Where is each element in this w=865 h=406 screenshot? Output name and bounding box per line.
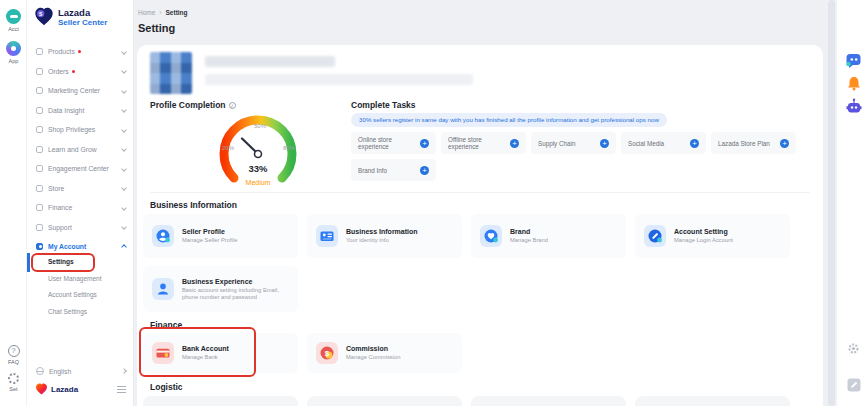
account-switch-button[interactable]: Acct xyxy=(0,9,27,32)
collapse-sidebar-icon[interactable] xyxy=(117,386,126,393)
breadcrumb: Home Setting xyxy=(138,9,188,16)
sidebar-item-data-insight[interactable]: Data Insight xyxy=(27,101,134,121)
sidebar-item-chat-settings[interactable]: Chat Settings xyxy=(27,304,134,321)
chevron-down-icon xyxy=(121,224,127,230)
pencil-circle-icon xyxy=(644,225,666,247)
support-icon xyxy=(36,224,43,231)
scrollbar-thumb[interactable] xyxy=(828,0,835,406)
settings-gear-icon[interactable] xyxy=(847,342,860,355)
chatbot-icon[interactable] xyxy=(846,98,862,115)
products-icon xyxy=(36,48,43,55)
task-chip-lazada-store-plan[interactable]: Lazada Store Plan xyxy=(711,132,796,154)
plus-icon[interactable] xyxy=(780,139,789,148)
credit-card-icon xyxy=(152,342,174,364)
task-chip-offline-store-experience[interactable]: Offline store experience xyxy=(441,132,526,154)
rail-label: Acct xyxy=(8,26,19,32)
sidebar-item-support[interactable]: Support xyxy=(27,218,134,238)
finance-heading: Finance xyxy=(150,320,182,330)
task-chips: Online store experience Offline store ex… xyxy=(351,132,811,181)
mini-app-rail: Acct App FAQ Set xyxy=(0,0,27,406)
business-information-card[interactable]: Business Information Your identity info xyxy=(307,214,462,258)
right-utility-rail xyxy=(837,0,865,406)
chevron-right-icon xyxy=(121,368,127,374)
data-insight-icon xyxy=(36,107,43,114)
marketing-icon xyxy=(36,87,43,94)
faq-button[interactable]: FAQ xyxy=(0,345,27,365)
question-circle-icon xyxy=(8,345,20,357)
plus-icon[interactable] xyxy=(600,139,609,148)
notification-bell-icon[interactable] xyxy=(847,76,861,91)
sidebar-menu: Products Orders Marketing Center Data In… xyxy=(27,42,134,257)
feedback-pencil-icon[interactable] xyxy=(847,378,861,392)
engagement-icon xyxy=(36,165,43,172)
rail-label: Set xyxy=(9,386,17,392)
my-account-icon xyxy=(36,243,43,250)
gear-icon xyxy=(8,373,19,384)
gauge-hub xyxy=(255,151,262,158)
sidebar-item-orders[interactable]: Orders xyxy=(27,62,134,82)
chevron-down-icon xyxy=(121,146,127,152)
apps-icon xyxy=(6,41,21,56)
settings-card: Profile Completion 20% 50% 80% 33% Mediu… xyxy=(137,45,823,406)
logistic-card-placeholder[interactable] xyxy=(307,396,462,406)
logistic-card-placeholder[interactable] xyxy=(471,396,626,406)
sidebar-item-finance[interactable]: Finance xyxy=(27,198,134,218)
tasks-banner: 30% sellers register in same day with yo… xyxy=(351,113,667,127)
sidebar-item-products[interactable]: Products xyxy=(27,42,134,62)
sidebar-item-user-management[interactable]: User Management xyxy=(27,271,134,288)
task-chip-supply-chain[interactable]: Supply Chain xyxy=(531,132,616,154)
chevron-down-icon xyxy=(121,107,127,113)
info-icon[interactable] xyxy=(229,102,236,109)
seller-profile-card[interactable]: Seller Profile Manage Seller Profile xyxy=(143,214,298,258)
gauge-value: 33% xyxy=(248,163,268,174)
red-dot-badge xyxy=(78,50,81,53)
account-setting-card[interactable]: Account Setting Manage Login Account xyxy=(635,214,790,258)
business-information-heading: Business Information xyxy=(150,200,237,210)
sidebar-item-account-settings[interactable]: Account Settings xyxy=(27,287,134,304)
learn-icon xyxy=(36,146,43,153)
my-account-submenu: Settings User Management Account Setting… xyxy=(27,254,134,320)
sidebar-item-learn-and-grow[interactable]: Learn and Grow xyxy=(27,140,134,160)
dollar-circle-icon: $ xyxy=(316,342,338,364)
chevron-down-icon xyxy=(121,49,127,55)
brand-card[interactable]: Brand Manage Brand xyxy=(471,214,626,258)
sidebar-item-store[interactable]: Store xyxy=(27,179,134,199)
account-icon xyxy=(6,9,21,24)
product-name: Seller Center xyxy=(58,18,107,27)
chat-messages-icon[interactable] xyxy=(845,52,862,69)
plus-icon[interactable] xyxy=(420,166,429,175)
shop-privileges-icon xyxy=(36,126,43,133)
apps-button[interactable]: App xyxy=(0,41,27,64)
plus-icon[interactable] xyxy=(420,139,429,148)
sidebar-item-settings[interactable]: Settings xyxy=(27,254,134,271)
bank-account-card[interactable]: Bank Account Manage Bank xyxy=(143,333,298,373)
sidebar-item-engagement-center[interactable]: Engagement Center xyxy=(27,159,134,179)
logistic-card-placeholder[interactable] xyxy=(143,396,298,406)
store-icon xyxy=(36,185,43,192)
task-chip-brand-info[interactable]: Brand Info xyxy=(351,159,436,181)
plus-icon[interactable] xyxy=(690,139,699,148)
brand-heart-icon xyxy=(480,225,502,247)
language-selector[interactable]: English xyxy=(27,362,134,380)
seller-center-logo[interactable]: S Lazada Seller Center xyxy=(34,7,107,27)
gauge-tick-50: 50% xyxy=(254,123,267,129)
finance-icon xyxy=(36,204,43,211)
breadcrumb-home[interactable]: Home xyxy=(138,9,155,16)
commission-card[interactable]: $ Commission Manage Commission xyxy=(307,333,462,373)
chevron-down-icon xyxy=(121,166,127,172)
gauge-tick-80: 80% xyxy=(283,145,296,151)
person-icon xyxy=(152,278,174,300)
sidebar-item-marketing-center[interactable]: Marketing Center xyxy=(27,81,134,101)
orders-icon xyxy=(36,68,43,75)
page-title: Setting xyxy=(138,22,175,34)
redacted-avatar xyxy=(150,52,192,94)
sidebar-footer: Lazada xyxy=(27,383,134,395)
business-experience-card[interactable]: Business Experience Basic account settin… xyxy=(143,266,298,312)
id-card-icon xyxy=(316,225,338,247)
task-chip-online-store-experience[interactable]: Online store experience xyxy=(351,132,436,154)
sidebar-item-shop-privileges[interactable]: Shop Privileges xyxy=(27,120,134,140)
task-chip-social-media[interactable]: Social Media xyxy=(621,132,706,154)
set-button[interactable]: Set xyxy=(0,373,27,392)
logistic-card-placeholder[interactable] xyxy=(635,396,790,406)
plus-icon[interactable] xyxy=(510,139,519,148)
